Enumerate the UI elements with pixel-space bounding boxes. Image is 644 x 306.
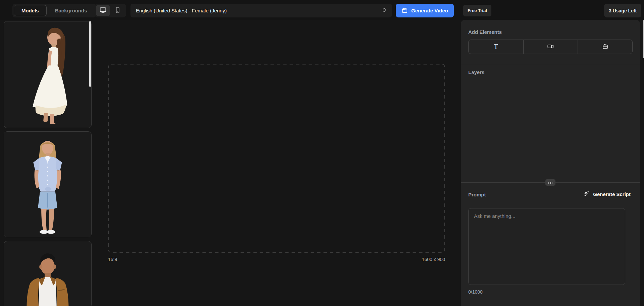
- panel-resize-handle[interactable]: [545, 179, 555, 186]
- mode-tabs: Models Backgrounds: [12, 4, 96, 17]
- video-canvas[interactable]: [108, 64, 445, 253]
- text-icon: T: [494, 43, 498, 50]
- grip-dots-icon: [548, 180, 553, 186]
- model-card-brown-jacket[interactable]: [4, 241, 92, 306]
- add-product-button[interactable]: [578, 40, 632, 54]
- tab-backgrounds[interactable]: Backgrounds: [47, 5, 95, 16]
- male-model-brown-jacket: [4, 241, 91, 306]
- canvas-info-row: 16:9 1600 x 900: [108, 257, 445, 262]
- prompt-input[interactable]: [468, 208, 625, 285]
- model-card-blue-shirt[interactable]: [4, 131, 92, 237]
- smartphone-icon: [114, 7, 121, 15]
- free-trial-badge: Free Trial: [463, 5, 491, 16]
- clapperboard-icon: [401, 7, 408, 14]
- add-video-button[interactable]: [523, 40, 578, 54]
- char-counter: 0/1000: [468, 289, 483, 295]
- prompt-title: Prompt: [468, 192, 486, 197]
- section-divider: [461, 65, 640, 65]
- add-elements-title: Add Elements: [468, 29, 502, 35]
- aspect-ratio-label: 16:9: [108, 257, 117, 262]
- canvas-dashed-border: [108, 64, 445, 253]
- sparkles-icon: [583, 190, 590, 198]
- right-panel: Add Elements T: [461, 20, 640, 306]
- tab-models[interactable]: Models: [14, 5, 47, 16]
- app-window: Models Backgrounds: [0, 0, 644, 306]
- device-toggle: [95, 4, 126, 17]
- model-card-white-dress[interactable]: [4, 21, 92, 128]
- package-icon: [602, 43, 609, 51]
- female-model-blue-shirt-denim-skirt: [4, 132, 91, 237]
- mobile-view-button[interactable]: [111, 5, 125, 16]
- generate-video-label: Generate Video: [411, 8, 448, 13]
- desktop-view-button[interactable]: [96, 5, 110, 16]
- voice-language-value: English (United States) - Female (Jenny): [136, 8, 382, 13]
- add-text-button[interactable]: T: [469, 40, 523, 54]
- chevron-up-down-icon: [382, 7, 387, 14]
- usage-left-badge: 3 Usage Left: [604, 4, 641, 17]
- generate-script-label: Generate Script: [593, 191, 631, 197]
- generate-video-button[interactable]: Generate Video: [396, 4, 454, 17]
- right-panel-scrollbar[interactable]: [643, 20, 644, 58]
- canvas-dimensions-label: 1600 x 900: [422, 257, 445, 262]
- voice-language-select[interactable]: English (United States) - Female (Jenny): [130, 4, 392, 17]
- video-camera-icon: [547, 43, 554, 51]
- generate-script-button[interactable]: Generate Script: [583, 189, 631, 199]
- layers-title: Layers: [468, 69, 484, 75]
- add-elements-toolbar: T: [468, 40, 633, 54]
- sidebar-scrollbar[interactable]: [89, 21, 91, 87]
- female-model-white-dress-side-view: [4, 21, 91, 128]
- desktop-monitor-icon: [99, 6, 107, 15]
- top-toolbar: Models Backgrounds: [0, 0, 644, 20]
